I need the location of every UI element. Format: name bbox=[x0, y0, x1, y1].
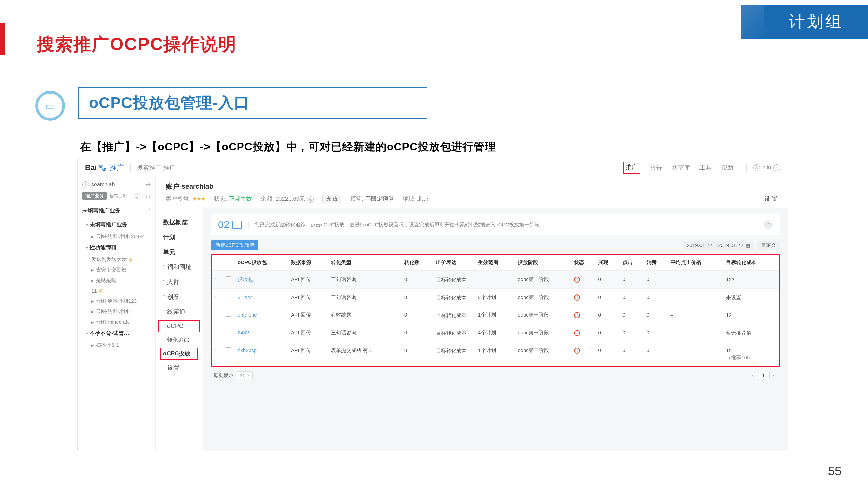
expand-icon[interactable]: ˅ bbox=[215, 313, 217, 317]
col-imp[interactable]: 展现 bbox=[595, 255, 619, 271]
row-checkbox[interactable] bbox=[226, 294, 231, 299]
cell-status: ! bbox=[571, 342, 595, 366]
table-row: ˅31222API 回传三句话咨询0目标转化成本3个计划ocpc第一阶段!000… bbox=[212, 288, 779, 306]
nav-promo[interactable]: 推广 bbox=[626, 164, 638, 172]
pkg-link[interactable]: 投放包 bbox=[238, 276, 253, 282]
budget-label: 预算: bbox=[350, 196, 363, 202]
sidebar-item[interactable]: ▸云图-男科计划123 bbox=[78, 296, 155, 306]
cell-scope: 4个计划 bbox=[475, 324, 515, 342]
sidebar-item[interactable]: ▸云图-男科计划1 bbox=[78, 306, 155, 317]
user-chip[interactable]: 人 zliu − bbox=[746, 164, 780, 171]
logo-bai: Bai bbox=[85, 163, 97, 172]
swap-icon[interactable]: ⇄ bbox=[146, 182, 151, 188]
sidebar-item[interactable]: 发送到发送大发◎ bbox=[78, 254, 155, 265]
col-type[interactable]: 转化类型 bbox=[328, 255, 401, 271]
new-ocpc-button[interactable]: 新建oCPC投放包 bbox=[211, 240, 258, 250]
checkbox-all[interactable] bbox=[226, 260, 231, 264]
star-icon: ★★★ bbox=[192, 196, 205, 202]
logo-suffix: 推广 bbox=[109, 163, 124, 173]
cell-stage: ocpc第一阶段 bbox=[515, 306, 571, 324]
sidebar-item[interactable]: ▸云图-男科计划1234-2 bbox=[78, 231, 155, 242]
sidebar-group-3[interactable]: ▾不孕不育-试管… bbox=[78, 327, 155, 340]
col-stage[interactable]: 投放阶段 bbox=[515, 255, 571, 271]
col-clk[interactable]: 点击 bbox=[620, 255, 644, 271]
row-checkbox[interactable] bbox=[226, 276, 231, 281]
pkg-link[interactable]: hxhxbcp bbox=[238, 347, 257, 353]
pkg-link[interactable]: 31222 bbox=[238, 294, 252, 300]
expand-icon[interactable]: ˅ bbox=[215, 296, 217, 300]
tab-business[interactable]: 推广业务 bbox=[82, 192, 107, 200]
cell-imp: 0 bbox=[595, 324, 619, 342]
filter-icon[interactable]: Q bbox=[134, 193, 138, 199]
mn-ocpc-deliver[interactable]: oCPC投放 bbox=[163, 350, 190, 357]
top-nav: 推广 报告 共享库 工具 帮助 人 zliu − bbox=[623, 162, 780, 174]
cell-tcost: 123 bbox=[723, 271, 779, 289]
expand-icon[interactable]: ˅ bbox=[215, 349, 217, 353]
sort-icon[interactable]: ↓↑ bbox=[145, 193, 151, 199]
cell-bid: 目标转化成本 bbox=[433, 288, 475, 306]
tab-goal[interactable]: 营销目标 bbox=[109, 193, 128, 199]
eye-icon[interactable]: ◉ bbox=[307, 196, 314, 203]
col-cpc[interactable]: 平均点击价格 bbox=[668, 255, 724, 271]
nav-help[interactable]: 帮助 bbox=[721, 164, 733, 172]
cell-imp: 0 bbox=[595, 342, 619, 366]
row-checkbox[interactable] bbox=[226, 347, 231, 352]
row-checkbox[interactable] bbox=[226, 312, 231, 317]
prev-page-button[interactable]: ‹ bbox=[749, 371, 757, 379]
date-range[interactable]: 2019.01.22 – 2019.01.22▦ bbox=[683, 241, 754, 250]
recharge-button[interactable]: 充 值 bbox=[322, 195, 341, 203]
sidebar-group-2[interactable]: ▾性功能障碍 bbox=[78, 242, 155, 254]
col-scope[interactable]: 生效范围 bbox=[475, 255, 515, 271]
nav-report[interactable]: 报告 bbox=[650, 164, 662, 172]
warn-icon: ! bbox=[574, 277, 580, 283]
col-status[interactable]: 状态 bbox=[571, 255, 595, 271]
sidebar-item[interactable]: ▸妇科计划1 bbox=[78, 340, 155, 350]
mn-track[interactable]: 转化追踪 bbox=[156, 333, 203, 347]
collapse-icon[interactable]: ˅ bbox=[764, 220, 773, 229]
cell-cost: 0 bbox=[644, 306, 668, 324]
logo[interactable]: Bai 🐾 推广 bbox=[85, 163, 124, 173]
mn-plan[interactable]: 计划 bbox=[156, 230, 203, 245]
section-icon: ▭ bbox=[35, 91, 65, 121]
col-bid[interactable]: 出价表达 bbox=[433, 255, 475, 271]
settings-link[interactable]: 设 置 bbox=[764, 195, 777, 203]
sidebar-item[interactable]: ▸云图-minecraft bbox=[78, 317, 155, 327]
nav-tools[interactable]: 工具 bbox=[699, 164, 712, 172]
cell-tcost: 12 bbox=[723, 306, 779, 324]
mn-crowd[interactable]: ˅人群 bbox=[156, 274, 203, 289]
sidebar-item[interactable]: ▸吉安市交警敲 bbox=[78, 265, 155, 275]
cell-type: 三句话咨询 bbox=[328, 324, 401, 342]
pkg-link[interactable]: only one bbox=[238, 312, 257, 318]
status-label: 状态: bbox=[214, 196, 227, 202]
col-tcost[interactable]: 目标转化成本 bbox=[723, 255, 779, 271]
row-checkbox[interactable] bbox=[226, 330, 231, 334]
col-src[interactable]: 数据来源 bbox=[288, 255, 328, 271]
next-page-button[interactable]: › bbox=[769, 371, 777, 379]
col-pkg[interactable]: oCPC投放包 bbox=[235, 255, 288, 271]
expand-icon[interactable]: ˅ bbox=[215, 331, 217, 335]
card-icon bbox=[232, 221, 242, 229]
sidebar-account-row[interactable]: 人searchlab ⇄ bbox=[78, 177, 155, 192]
col-cost[interactable]: 消费 bbox=[644, 255, 668, 271]
minus-icon[interactable]: − bbox=[773, 164, 780, 171]
custom-button[interactable]: 自定义 bbox=[757, 241, 780, 250]
expand-icon[interactable]: ˅ bbox=[215, 278, 217, 282]
sidebar-item[interactable]: 11◎ bbox=[78, 286, 155, 296]
sidebar-group-1[interactable]: ▾未填写推广业务 bbox=[78, 219, 155, 231]
mn-overview[interactable]: 数据概览 bbox=[156, 215, 203, 230]
mn-keyword[interactable]: ˅词和网址 bbox=[156, 260, 203, 274]
mn-lead[interactable]: ˅线索通 bbox=[156, 304, 203, 319]
slide-number: 55 bbox=[828, 464, 842, 479]
page-size-select[interactable]: 20▾ bbox=[237, 371, 253, 379]
cell-conv: 0 bbox=[401, 342, 433, 366]
page-1-button[interactable]: 1 bbox=[759, 371, 767, 379]
col-conv[interactable]: 转化数 bbox=[401, 255, 433, 271]
nav-share[interactable]: 共享库 bbox=[672, 164, 690, 172]
sidebar-item[interactable]: ▸是哒是哒 bbox=[78, 275, 155, 286]
mn-creative[interactable]: ˅创意 bbox=[156, 289, 203, 304]
pkg-link[interactable]: 2432 bbox=[238, 330, 249, 336]
mn-settings[interactable]: ˅设置 bbox=[156, 360, 203, 375]
mn-ocpc[interactable]: ˄oCPC bbox=[159, 321, 199, 332]
mn-unit[interactable]: 单元 bbox=[156, 245, 203, 260]
sidebar-cat-empty[interactable]: 未填写推广业务˅ bbox=[78, 203, 155, 219]
